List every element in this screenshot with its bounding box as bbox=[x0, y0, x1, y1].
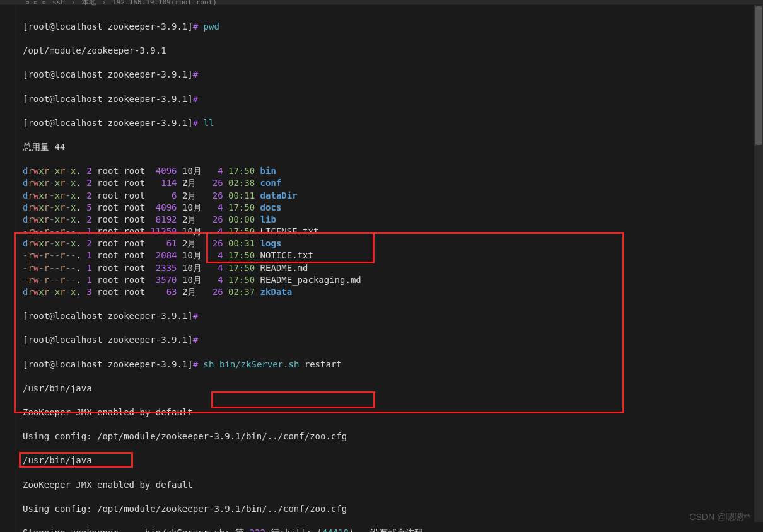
cmd-restart-sh: sh bbox=[204, 359, 214, 369]
output-line: /opt/module/zookeeper-3.9.1 bbox=[23, 45, 763, 57]
cmd-pwd: pwd bbox=[204, 21, 219, 32]
output-line: /usr/bin/java bbox=[23, 454, 763, 466]
prompt-line: [root@localhost zookeeper-3.9.1]# bbox=[23, 334, 763, 346]
ls-row: drwxr-xr-x. 2 root root 61 2月 26 00:31 l… bbox=[23, 238, 763, 250]
window-titlebar: ▫ ▫ ▫ ssh › 本地 › 192.168.19.109(root-roo… bbox=[0, 0, 763, 5]
scrollbar[interactable] bbox=[754, 5, 763, 522]
ls-row: drwxr-xr-x. 2 root root 6 2月 26 00:11 da… bbox=[23, 190, 763, 202]
output-line: Using config: /opt/module/zookeeper-3.9.… bbox=[23, 503, 763, 515]
prompt-line: [root@localhost zookeeper-3.9.1]# bbox=[23, 310, 763, 322]
prompt-line: [root@localhost zookeeper-3.9.1]# bbox=[23, 93, 763, 105]
output-line: /usr/bin/java bbox=[23, 383, 763, 395]
ls-row: -rw-r--r--. 1 root root 2084 10月 4 17:50… bbox=[23, 250, 763, 262]
prompt-line: [root@localhost zookeeper-3.9.1]# bbox=[23, 69, 763, 81]
ls-row: -rw-r--r--. 1 root root 2335 10月 4 17:50… bbox=[23, 262, 763, 274]
prompt-line: [root@localhost zookeeper-3.9.1]# pwd bbox=[23, 21, 763, 33]
ls-row: -rw-r--r--. 1 root root 11358 10月 4 17:5… bbox=[23, 226, 763, 238]
titlebar-icon: ▫ ▫ ▫ bbox=[25, 0, 46, 8]
chevron-right-icon: › bbox=[71, 0, 76, 8]
editor-gutter bbox=[0, 5, 16, 532]
ls-row: drwxr-xr-x. 2 root root 4096 10月 4 17:50… bbox=[23, 165, 763, 177]
terminal-output[interactable]: [root@localhost zookeeper-3.9.1]# pwd /o… bbox=[0, 5, 763, 532]
watermark: CSDN @嗯嗯** bbox=[689, 511, 750, 523]
cmd-ll: ll bbox=[204, 118, 214, 128]
output-line: Using config: /opt/module/zookeeper-3.9.… bbox=[23, 431, 763, 442]
output-line: ZooKeeper JMX enabled by default bbox=[23, 407, 763, 419]
prompt-line: [root@localhost zookeeper-3.9.1]# ll bbox=[23, 117, 763, 129]
cmd-restart-path: bin/zkServer.sh bbox=[219, 359, 299, 369]
tab-ssh[interactable]: ssh bbox=[52, 0, 65, 8]
connection-ip: 192.168.19.109(root-root) bbox=[112, 0, 217, 8]
ls-row: drwxr-xr-x. 3 root root 63 2月 26 02:37 z… bbox=[23, 286, 763, 298]
cmd-restart-arg: restart bbox=[305, 359, 342, 369]
output-line: 总用量 44 bbox=[23, 141, 763, 153]
ls-row: -rw-r--r--. 1 root root 3570 10月 4 17:50… bbox=[23, 274, 763, 286]
output-line: ZooKeeper JMX enabled by default bbox=[23, 479, 763, 491]
ls-row: drwxr-xr-x. 2 root root 8192 2月 26 00:00… bbox=[23, 214, 763, 226]
ls-row: drwxr-xr-x. 2 root root 114 2月 26 02:38 … bbox=[23, 177, 763, 189]
scrollbar-thumb[interactable] bbox=[755, 6, 762, 145]
chevron-right-icon: › bbox=[102, 0, 107, 8]
output-line: Stopping zookeeper ... bin/zkServer.sh: … bbox=[23, 527, 763, 532]
tab-local[interactable]: 本地 bbox=[82, 0, 96, 8]
prompt-line: [root@localhost zookeeper-3.9.1]# sh bin… bbox=[23, 359, 763, 371]
ls-row: drwxr-xr-x. 5 root root 4096 10月 4 17:50… bbox=[23, 202, 763, 214]
